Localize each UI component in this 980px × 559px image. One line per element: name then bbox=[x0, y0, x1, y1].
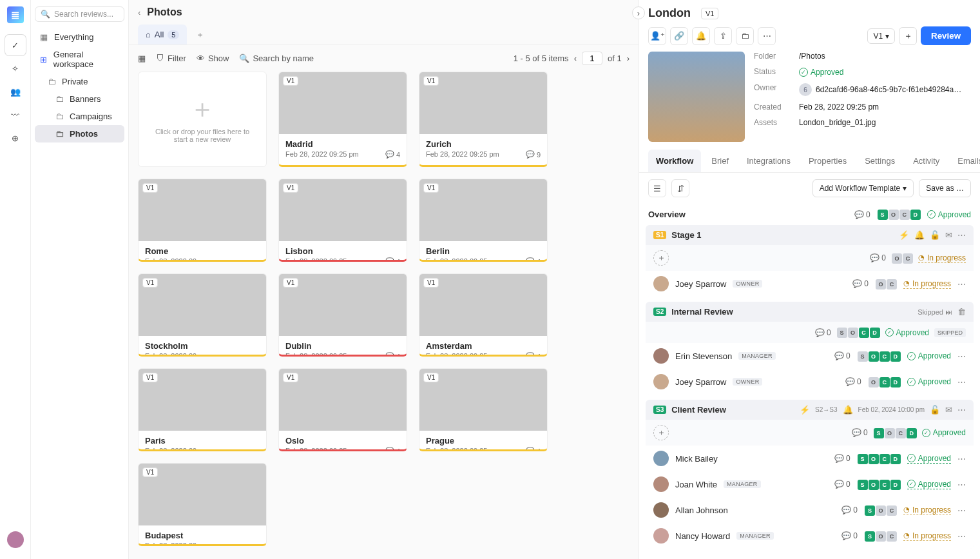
add-reviewer-button[interactable]: ＋ bbox=[653, 425, 669, 440]
mail-icon[interactable]: ✉ bbox=[945, 405, 952, 415]
photo-card[interactable]: V1StockholmFeb 28, 2022 09:… bbox=[138, 273, 267, 357]
mail-icon[interactable]: ✉ bbox=[945, 230, 952, 240]
nav-everything[interactable]: ▦Everything bbox=[35, 28, 124, 46]
trash-icon[interactable]: 🗑 bbox=[957, 307, 966, 317]
comment-icon: 💬 bbox=[852, 279, 862, 288]
photo-card[interactable]: V1BerlinFeb 28, 2022 09:25 pm💬4 bbox=[419, 179, 548, 262]
tab-brief[interactable]: Brief bbox=[704, 150, 736, 172]
nav-campaigns[interactable]: 🗀Campaigns bbox=[35, 108, 124, 125]
comment-icon: 💬 bbox=[852, 428, 861, 437]
add-version-button[interactable]: ＋ bbox=[899, 27, 917, 45]
sidebar: 🔍 Search reviews... ▦Everything ⊞General… bbox=[31, 0, 129, 559]
photo-card[interactable]: V1OsloFeb 28, 2022 09:25 pm💬4 bbox=[278, 368, 407, 451]
upload-dropzone[interactable]: ＋ Click or drop your files here to start… bbox=[138, 72, 267, 167]
rail-sparkle-icon[interactable]: ✧ bbox=[5, 58, 26, 79]
tab-workflow[interactable]: Workflow bbox=[648, 150, 701, 172]
owner-avatar: 6 bbox=[799, 83, 812, 96]
flow-view-icon[interactable]: ⇵ bbox=[671, 179, 689, 197]
photo-card[interactable]: V1MadridFeb 28, 2022 09:25 pm💬4 bbox=[278, 72, 407, 167]
comment-icon: 💬 bbox=[841, 531, 851, 540]
rail-analytics-icon[interactable]: 〰 bbox=[5, 104, 26, 125]
more-icon[interactable]: ⋯ bbox=[957, 230, 966, 240]
collapse-panel-icon[interactable]: › bbox=[632, 6, 645, 19]
photo-card[interactable]: V1LisbonFeb 28, 2022 09:25 pm💬4 bbox=[278, 179, 407, 262]
comment-icon: 💬 bbox=[385, 150, 394, 159]
more-icon[interactable]: ⋯ bbox=[957, 454, 966, 464]
tab-all[interactable]: ⌂ All 5 bbox=[138, 25, 187, 44]
nav-workspace[interactable]: ⊞General workspace bbox=[35, 46, 124, 73]
comment-icon: 💬 bbox=[815, 328, 825, 337]
pager-next-icon[interactable]: › bbox=[627, 54, 629, 63]
add-reviewer-button[interactable]: ＋ bbox=[653, 250, 669, 266]
bell-icon[interactable]: 🔔 bbox=[692, 27, 710, 45]
asset-link[interactable]: London_bridge_01.jpg bbox=[799, 118, 971, 127]
photo-card[interactable]: V1DublinFeb 28, 2022 09:25 pm💬4 bbox=[278, 273, 407, 357]
comment-icon: 💬 bbox=[526, 257, 535, 262]
detail-panel: London V1 👤⁺ 🔗 🔔 ⇪ 🗀 ⋯ V1▾ ＋ Review Fold… bbox=[639, 0, 980, 559]
comment-icon: 💬 bbox=[834, 454, 844, 463]
nav-private[interactable]: 🗀Private bbox=[35, 73, 124, 90]
app-logo[interactable]: ≣ bbox=[7, 6, 24, 23]
rail-add-icon[interactable]: ⊕ bbox=[5, 128, 26, 148]
export-icon[interactable]: ⇪ bbox=[714, 27, 732, 45]
avatar bbox=[653, 528, 669, 544]
more-icon[interactable]: ⋯ bbox=[957, 480, 966, 489]
photo-card[interactable]: V1ParisFeb 28, 2022 09:… bbox=[138, 368, 267, 451]
workspace-icon: ⊞ bbox=[40, 55, 48, 64]
add-user-icon[interactable]: 👤⁺ bbox=[648, 27, 666, 45]
bell-icon[interactable]: 🔔 bbox=[914, 230, 925, 240]
version-select[interactable]: V1▾ bbox=[867, 28, 895, 44]
plus-icon: ＋ bbox=[189, 95, 215, 121]
search-by-name[interactable]: 🔍Search by name bbox=[239, 54, 314, 63]
save-as-button[interactable]: Save as … bbox=[919, 179, 971, 197]
pager-prev-icon[interactable]: ‹ bbox=[574, 54, 577, 63]
review-button[interactable]: Review bbox=[921, 26, 971, 45]
rail-people-icon[interactable]: 👥 bbox=[5, 81, 26, 102]
folder-move-icon[interactable]: 🗀 bbox=[736, 27, 754, 45]
search-icon: 🔍 bbox=[239, 54, 249, 63]
photo-card[interactable]: V1PragueFeb 28, 2022 09:25 pm💬4 bbox=[419, 368, 548, 451]
folder-icon: 🗀 bbox=[55, 94, 64, 104]
tab-settings[interactable]: Settings bbox=[857, 150, 903, 172]
bolt-icon[interactable]: ⚡ bbox=[800, 405, 810, 415]
more-icon[interactable]: ⋯ bbox=[957, 531, 966, 541]
search-input[interactable]: 🔍 Search reviews... bbox=[35, 6, 124, 22]
bolt-icon[interactable]: ⚡ bbox=[899, 230, 909, 240]
user-avatar[interactable] bbox=[7, 531, 24, 548]
photo-card[interactable]: V1ZurichFeb 28, 2022 09:25 pm💬9 bbox=[419, 72, 548, 167]
more-icon[interactable]: ⋯ bbox=[957, 377, 966, 387]
back-icon[interactable]: ‹ bbox=[138, 8, 140, 17]
more-icon[interactable]: ⋯ bbox=[957, 405, 966, 415]
photo-card[interactable]: V1RomeFeb 28, 2022 09:… bbox=[138, 179, 267, 262]
rail-check-icon[interactable]: ✓ bbox=[5, 35, 26, 55]
tab-integrations[interactable]: Integrations bbox=[739, 150, 798, 172]
more-icon[interactable]: ⋯ bbox=[957, 505, 966, 515]
nav-photos[interactable]: 🗀Photos bbox=[35, 125, 124, 142]
comment-icon: 💬 bbox=[854, 210, 864, 219]
nav-banners[interactable]: 🗀Banners bbox=[35, 90, 124, 108]
tab-emails[interactable]: Emails bbox=[950, 150, 980, 172]
tab-properties[interactable]: Properties bbox=[801, 150, 854, 172]
page-title: Photos bbox=[147, 6, 182, 18]
more-icon[interactable]: ⋯ bbox=[957, 351, 966, 361]
folder-path[interactable]: /Photos bbox=[799, 52, 971, 61]
pager-page-input[interactable] bbox=[582, 52, 602, 65]
view-grid-icon[interactable]: ▦ bbox=[138, 54, 146, 63]
preview-thumbnail[interactable] bbox=[648, 52, 745, 142]
avatar bbox=[653, 476, 669, 492]
add-template-button[interactable]: Add Workflow Template▾ bbox=[812, 179, 914, 197]
filter-button[interactable]: ⛉Filter bbox=[156, 54, 186, 63]
photo-card[interactable]: V1AmsterdamFeb 28, 2022 09:25 pm💬4 bbox=[419, 273, 548, 357]
new-stage-button[interactable]: ＋ New stage bbox=[639, 554, 980, 559]
list-view-icon[interactable]: ☰ bbox=[648, 179, 666, 197]
photo-card[interactable]: V1BudapestFeb 28, 2022 09:… bbox=[138, 463, 267, 546]
lock-icon[interactable]: 🔓 bbox=[930, 405, 940, 415]
show-button[interactable]: 👁Show bbox=[197, 54, 229, 63]
more-icon[interactable]: ⋯ bbox=[957, 279, 966, 289]
add-tab-icon[interactable]: ＋ bbox=[192, 25, 208, 44]
link-icon[interactable]: 🔗 bbox=[670, 27, 688, 45]
more-icon[interactable]: ⋯ bbox=[758, 27, 776, 45]
tab-activity[interactable]: Activity bbox=[905, 150, 947, 172]
comment-icon: 💬 bbox=[385, 447, 394, 451]
lock-icon[interactable]: 🔓 bbox=[930, 230, 940, 240]
